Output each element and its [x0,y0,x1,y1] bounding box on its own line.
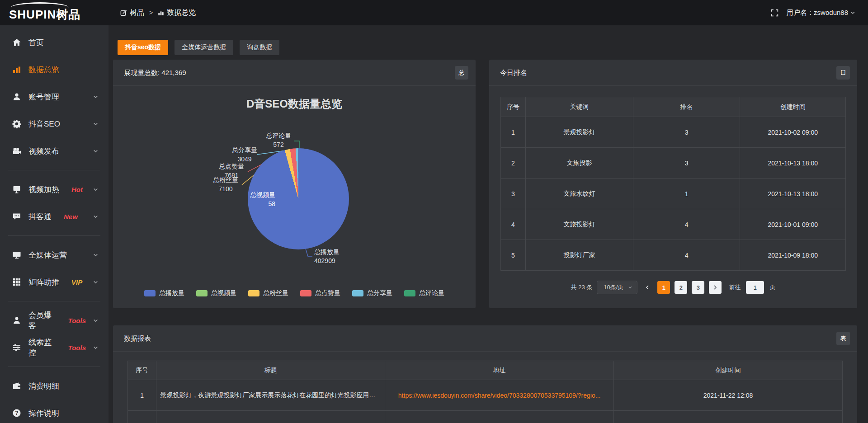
breadcrumb: 树品 > 数据总览 [120,8,196,18]
sidebar-item-video-publish[interactable]: 视频发布 [0,137,108,164]
page-button-1[interactable]: 1 [657,281,670,294]
callout-total-videos: 总视频量 58 [239,190,275,208]
chevron-down-icon [93,345,99,351]
impressions-total-label: 展现量总数: 421,369 [124,69,186,76]
goto-label: 前往 [729,283,741,291]
edit-box-icon [120,9,127,16]
pie-chart: D音SEO数据量总览 总评论量 572 总分享量 [113,86,476,308]
report-table: 序号 标题 地址 创建时间 1 景观投影灯，夜游景观投影灯厂家展示展示落花灯在花… [127,361,843,423]
table-row: 4 文旅投影灯 4 2021-10-01 09:00 [501,209,846,240]
ranking-panel-header: 今日排名 日 [489,60,857,86]
sidebar-item-video-heat[interactable]: 视频加热 Hot [0,176,108,203]
vip-badge: VIP [71,278,82,286]
breadcrumb-item-shupin[interactable]: 树品 [120,8,144,18]
pagination: 共 23 条 10条/页 1 2 3 [500,281,846,294]
logo-text: SHUPIN树品 [9,7,80,23]
goto-page-input[interactable] [746,281,764,294]
hot-badge: Hot [71,186,83,193]
sidebar-divider [8,235,100,236]
sidebar-item-data-overview[interactable]: 数据总览 [0,56,108,83]
video-link[interactable]: https://www.iesdouyin.com/share/video/70… [385,380,614,411]
chevron-down-icon [93,148,99,154]
chevron-down-icon [93,279,99,285]
table-header-row: 序号 关键词 排名 创建时间 [501,97,846,117]
chevron-down-icon [850,10,855,15]
seo-chart-panel: 展现量总数: 421,369 总 D音SEO数据量总览 总评论量 [113,60,476,308]
chart-legend: 总播放量 总视频量 总粉丝量 总点赞量 总分享量 总评论量 [113,289,476,297]
chart-bar-icon [12,65,22,75]
report-panel-header: 数据报表 表 [113,325,857,352]
table-row: 5 投影灯厂家 4 2021-10-09 18:00 [501,240,846,271]
sidebar-item-douyin-seo[interactable]: 抖音SEO [0,110,108,137]
sidebar-item-consumption[interactable]: 消费明细 [0,372,108,400]
page-unit-label: 页 [769,283,775,291]
billboard-icon [12,184,22,194]
total-badge-button[interactable]: 总 [455,66,468,80]
user-icon [12,92,22,102]
new-badge: New [64,213,78,221]
chevron-down-icon [93,214,99,220]
legend-item[interactable]: 总点赞量 [300,289,340,297]
chevron-down-icon [93,187,99,193]
sidebar-item-member-burst[interactable]: 会员爆客 Tools [0,307,108,334]
wallet-icon [12,381,22,391]
sidebar-item-home[interactable]: 首页 [0,29,108,56]
legend-item[interactable]: 总粉丝量 [248,289,288,297]
sliders-icon [12,343,22,352]
today-ranking-panel: 今日排名 日 序号 关键词 排名 创建时间 [489,60,857,308]
legend-item[interactable]: 总视频量 [196,289,236,297]
main-content: 抖音seo数据 全媒体运营数据 询盘数据 展现量总数: 421,369 总 D音… [108,25,868,423]
page-button-3[interactable]: 3 [692,281,704,294]
day-badge-button[interactable]: 日 [836,66,850,80]
fullscreen-icon[interactable] [771,9,778,17]
legend-item[interactable]: 总播放量 [144,289,184,297]
sidebar-item-media-operation[interactable]: 全媒体运营 [0,241,108,268]
grid-icon [12,277,22,287]
next-page-button[interactable] [709,281,722,294]
legend-item[interactable]: 总评论量 [404,289,444,297]
chart-title: D音SEO数据量总览 [113,97,476,111]
data-report-panel: 数据报表 表 序号 标题 地址 创建时间 [113,325,857,423]
sidebar-divider [8,367,100,367]
tab-douyin-seo-data[interactable]: 抖音seo数据 [118,40,168,55]
breadcrumb-separator: > [149,9,153,16]
sidebar-divider [8,301,100,301]
ranking-title: 今日排名 [500,69,527,76]
sidebar-item-lead-monitor[interactable]: 线索监控 Tools [0,334,108,361]
callout-total-comments: 总评论量 572 [259,131,298,149]
sidebar-item-account[interactable]: 账号管理 [0,83,108,110]
ranking-table: 序号 关键词 排名 创建时间 1 景观投影灯 3 2021-10 [500,97,846,271]
page-size-select[interactable]: 10条/页 [597,281,637,294]
sidebar-item-matrix-boost[interactable]: 矩阵助推 VIP [0,268,108,296]
sidebar-item-doukettong[interactable]: 抖客通 New [0,203,108,230]
question-circle-icon: ? [12,408,22,418]
chart-bar-icon [158,9,164,16]
logo-arc [11,2,69,9]
table-row: 3 文旅水纹灯 1 2021-10-13 18:00 [501,179,846,209]
data-tabs: 抖音seo数据 全媒体运营数据 询盘数据 [118,40,857,55]
user-menu[interactable]: 用户名：zswodun88 [787,9,855,17]
username-label: 用户名：zswodun88 [787,9,848,17]
tools-badge: Tools [68,317,86,324]
table-badge-button[interactable]: 表 [836,332,850,345]
callout-total-shares: 总分享量 3049 [225,146,264,164]
prev-page-button[interactable] [642,285,653,290]
tab-inquiry-data[interactable]: 询盘数据 [240,40,279,55]
total-count-label: 共 23 条 [571,283,593,291]
tab-media-operation-data[interactable]: 全媒体运营数据 [175,40,233,55]
legend-item[interactable]: 总分享量 [352,289,392,297]
table-header-row: 序号 标题 地址 创建时间 [128,361,843,380]
app-logo: SHUPIN树品 [0,0,108,25]
callout-total-plays: 总播放量 402909 [314,247,364,265]
chevron-down-icon [628,285,632,290]
breadcrumb-item-overview[interactable]: 数据总览 [158,8,196,18]
table-row [128,411,843,423]
page-button-2[interactable]: 2 [675,281,687,294]
tools-badge: Tools [68,344,86,352]
top-bar: SHUPIN树品 树品 > 数据总览 用户名：zswodun88 [0,0,868,25]
sidebar-divider [8,170,100,170]
video-camera-icon [12,146,22,156]
sidebar-item-help[interactable]: ? 操作说明 [0,400,108,423]
sidebar: 首页 数据总览 账号管理 抖音SEO [0,25,108,423]
svg-text:?: ? [15,410,18,416]
